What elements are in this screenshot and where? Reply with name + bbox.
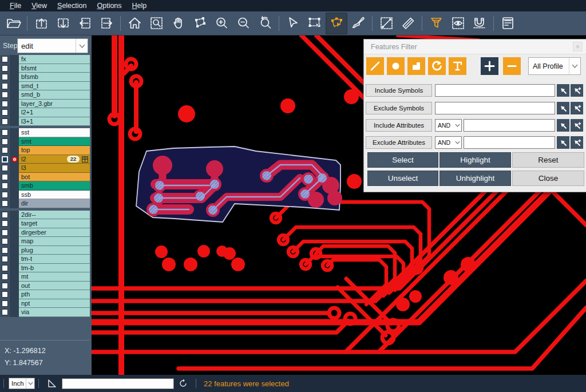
paste-down-button[interactable] bbox=[52, 13, 74, 34]
unhighlight-button[interactable]: Unhighlight bbox=[440, 171, 511, 186]
layer-name[interactable]: npt bbox=[19, 299, 90, 308]
snap-magnet-button[interactable] bbox=[469, 13, 490, 34]
dialog-title-bar[interactable]: Features Filter × bbox=[364, 39, 586, 54]
layer-name[interactable]: smb bbox=[19, 181, 90, 191]
menu-file[interactable]: File bbox=[5, 1, 26, 11]
layer-name[interactable]: l3 bbox=[19, 164, 90, 173]
layer-row-bfsmb[interactable]: bfsmb bbox=[0, 73, 92, 82]
layer-checkbox[interactable] bbox=[2, 192, 8, 198]
menu-options[interactable]: Options bbox=[92, 1, 126, 11]
layer-row-l2[interactable]: l222 bbox=[0, 155, 92, 164]
report-list-button[interactable] bbox=[497, 13, 518, 34]
logic-select[interactable]: AND bbox=[435, 136, 462, 149]
rect-select-button[interactable] bbox=[304, 13, 326, 34]
filter-negative-button[interactable] bbox=[503, 57, 521, 75]
reset-button[interactable]: Reset bbox=[512, 152, 584, 168]
layer-checkbox[interactable] bbox=[2, 174, 8, 180]
layer-checkbox[interactable] bbox=[2, 101, 8, 107]
filter-row-label[interactable]: Include Symbols bbox=[366, 84, 432, 97]
pick-button[interactable] bbox=[557, 102, 569, 114]
layer-name[interactable]: l222 bbox=[19, 155, 90, 164]
layer-checkbox[interactable] bbox=[2, 238, 8, 244]
pick-add-button[interactable] bbox=[571, 119, 583, 132]
layer-row-map[interactable]: map bbox=[0, 237, 92, 246]
layer-row-2dir--[interactable]: 2dir-- bbox=[0, 211, 92, 220]
layer-name[interactable]: ssb bbox=[19, 191, 90, 200]
layer-name[interactable]: 2dir-- bbox=[19, 211, 90, 220]
layer-checkbox[interactable] bbox=[2, 291, 8, 298]
pick-button[interactable] bbox=[557, 136, 569, 149]
view-options-button[interactable] bbox=[447, 13, 469, 34]
refresh-icon[interactable] bbox=[177, 378, 189, 389]
layer-name[interactable]: mt bbox=[19, 272, 90, 282]
layer-checkbox[interactable] bbox=[2, 183, 8, 189]
profile-select[interactable]: All Profile bbox=[528, 57, 581, 75]
layer-checkbox[interactable] bbox=[2, 256, 8, 262]
zoom-polygon-button[interactable] bbox=[189, 13, 211, 34]
pick-add-button[interactable] bbox=[571, 84, 583, 97]
layer-row-bfsmt[interactable]: bfsmt bbox=[0, 64, 92, 73]
close-button[interactable]: Close bbox=[512, 171, 584, 186]
open-folder-button[interactable] bbox=[2, 13, 24, 34]
layer-name[interactable]: l3+1 bbox=[19, 117, 90, 126]
layer-name[interactable]: bot bbox=[19, 173, 90, 182]
filter-value-input[interactable] bbox=[435, 102, 555, 114]
unselect-button[interactable]: Unselect bbox=[367, 171, 438, 186]
filter-value-input[interactable] bbox=[464, 136, 555, 149]
layer-name[interactable]: tm-b bbox=[19, 264, 90, 273]
pan-hand-button[interactable] bbox=[167, 13, 189, 34]
filter-row-label[interactable]: Exclude Attributes bbox=[366, 136, 432, 149]
layer-checkbox[interactable] bbox=[2, 156, 8, 163]
layer-name[interactable]: l2+1 bbox=[19, 108, 90, 117]
pick-add-button[interactable] bbox=[571, 102, 583, 114]
layer-row-smd_t[interactable]: smd_t bbox=[0, 82, 92, 91]
filter-value-input[interactable] bbox=[435, 84, 555, 97]
layer-name[interactable]: out bbox=[19, 282, 90, 291]
layer-name[interactable]: smt bbox=[19, 137, 90, 146]
unit-select[interactable]: Inch bbox=[9, 378, 35, 389]
layer-checkbox[interactable] bbox=[2, 200, 8, 207]
filter-line-button[interactable] bbox=[366, 57, 384, 75]
layer-row-layer_3.gbr[interactable]: layer_3.gbr bbox=[0, 100, 92, 109]
logic-select[interactable]: AND bbox=[435, 119, 462, 132]
select-cursor-button[interactable] bbox=[282, 13, 304, 34]
layer-name[interactable]: sst bbox=[19, 128, 90, 137]
filter-pad-button[interactable] bbox=[387, 57, 405, 75]
layer-name[interactable]: via bbox=[19, 308, 90, 317]
layer-row-dirgerber[interactable]: dirgerber bbox=[0, 228, 92, 237]
layer-row-via[interactable]: via bbox=[0, 308, 92, 317]
layer-checkbox[interactable] bbox=[2, 109, 8, 116]
menu-help[interactable]: Help bbox=[127, 1, 152, 11]
layer-row-mt[interactable]: mt bbox=[0, 272, 92, 282]
filter-text-button[interactable] bbox=[449, 57, 466, 75]
filter-row-label[interactable]: Include Attributes bbox=[366, 119, 432, 132]
layer-checkbox[interactable] bbox=[2, 74, 8, 80]
layer-checkbox[interactable] bbox=[2, 229, 8, 236]
layer-row-tm-t[interactable]: tm-t bbox=[0, 255, 92, 264]
dialog-close-icon[interactable]: × bbox=[573, 42, 583, 52]
layer-name[interactable]: tm-t bbox=[19, 255, 90, 264]
filter-positive-button[interactable] bbox=[481, 57, 498, 75]
select-button[interactable]: Select bbox=[367, 152, 438, 168]
zoom-out-button[interactable] bbox=[232, 13, 254, 34]
layer-row-target[interactable]: target bbox=[0, 219, 92, 228]
layer-checkbox[interactable] bbox=[2, 274, 8, 280]
layer-checkbox[interactable] bbox=[2, 247, 8, 254]
layer-row-out[interactable]: out bbox=[0, 282, 92, 291]
layer-checkbox[interactable] bbox=[2, 212, 8, 218]
layer-checkbox[interactable] bbox=[2, 300, 8, 307]
layer-name[interactable]: dir bbox=[19, 199, 90, 208]
measure-distance-button[interactable] bbox=[375, 13, 397, 34]
menu-selection[interactable]: Selection bbox=[52, 1, 92, 11]
layer-checkbox[interactable] bbox=[2, 65, 8, 72]
layer-row-plug[interactable]: plug bbox=[0, 246, 92, 255]
layer-checkbox[interactable] bbox=[2, 309, 8, 315]
command-input[interactable] bbox=[62, 378, 174, 389]
layer-row-tm-b[interactable]: tm-b bbox=[0, 264, 92, 273]
layer-checkbox[interactable] bbox=[2, 138, 8, 145]
layer-name[interactable]: bfsmt bbox=[19, 64, 90, 73]
filter-value-input[interactable] bbox=[464, 119, 555, 132]
paste-up-button[interactable] bbox=[30, 13, 52, 34]
angle-snap-icon[interactable] bbox=[46, 378, 57, 389]
layer-row-smb[interactable]: smb bbox=[0, 181, 92, 191]
